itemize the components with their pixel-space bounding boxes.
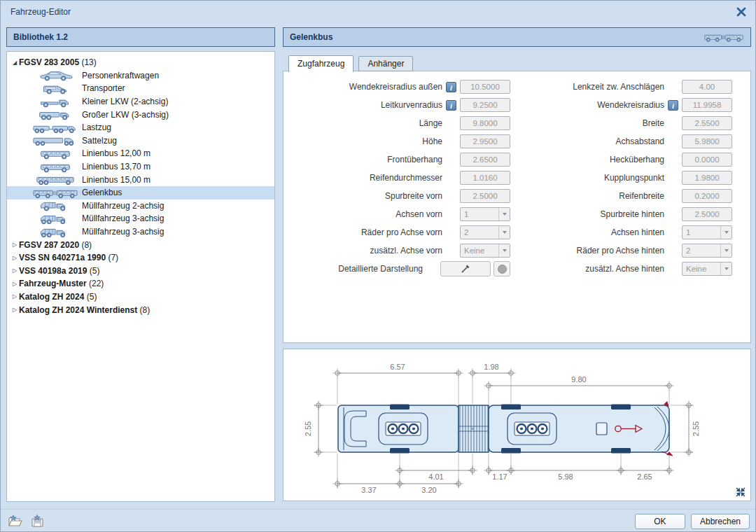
tree-item-linienbus-15-00-m[interactable]: Linienbus 15,00 m (7, 173, 274, 186)
pick-style-button[interactable] (440, 261, 491, 276)
tree-item-kleiner-lkw-2-achsig[interactable]: Kleiner LKW (2-achsig) (7, 95, 274, 108)
field-input-h-he[interactable]: 2.9500 (460, 134, 510, 148)
tree-item-label: Lastzug (82, 122, 111, 132)
field-value: 10.5000 (470, 83, 500, 91)
tree-group-katalog-zh-2024[interactable]: ▷Katalog ZH 2024 (5) (7, 290, 274, 304)
field-value: 11.9958 (693, 101, 722, 109)
tree-group-count: (5) (84, 292, 97, 302)
field-label: zusätzl. Achse vorn (284, 246, 442, 255)
tree-group-fgsv-283-2005[interactable]: ◢FGSV 283 2005 (13) (7, 56, 274, 69)
form-row-achsabstand: Achsabstand5.9800 (514, 132, 752, 150)
tab-zugfahrzeug[interactable]: Zugfahrzeug (288, 55, 354, 72)
tree-item-linienbus-12-00-m[interactable]: Linienbus 12,00 m (7, 147, 274, 160)
expand-arrow-icon[interactable]: ▷ (10, 307, 19, 313)
field-value: 5.9800 (694, 137, 719, 146)
tree-item-label: Müllfahrzeug 2-achsig (82, 201, 164, 211)
form-column-right: Lenkzeit zw. Anschlägen4.00Wendekreisrad… (514, 78, 752, 278)
tree-group-fgsv-287-2020[interactable]: ▷FGSV 287 2020 (8) (7, 238, 274, 251)
select-value: 2 (461, 228, 498, 237)
garbage-truck-3-icon (32, 226, 78, 238)
info-slot: i (442, 100, 460, 111)
tree-item-label: Sattelzug (82, 136, 117, 146)
field-input-wendekreisradius[interactable]: 11.9958 (682, 98, 732, 112)
bus-long-icon (32, 174, 78, 186)
chevron-down-icon (720, 226, 732, 239)
expand-arrow-icon[interactable]: ▷ (10, 241, 19, 248)
tree-group-fahrzeug-muster[interactable]: ▷Fahrzeug-Muster (22) (7, 277, 274, 290)
field-value: 1.9800 (694, 174, 719, 182)
tree-item-transporter[interactable]: Transporter (7, 82, 274, 95)
small-truck-icon (32, 96, 78, 108)
field-select-achsen-vorn[interactable]: 1 (460, 207, 510, 221)
tab-anhaenger[interactable]: Anhänger (358, 56, 413, 71)
garbage-truck-3-icon (32, 213, 78, 225)
action-buttons: OK Abbrechen (635, 514, 750, 529)
form-row-heck-berhang: Hecküberhang0.0000 (514, 150, 752, 169)
field-input-reifenbreite[interactable]: 0.2000 (682, 189, 732, 203)
info-icon[interactable]: i (668, 100, 678, 111)
field-label: Detaillierte Darstellung (284, 264, 423, 274)
open-library-icon[interactable] (8, 514, 23, 528)
select-value: 2 (682, 246, 720, 255)
info-icon[interactable]: i (446, 100, 456, 111)
cancel-button[interactable]: Abbrechen (691, 514, 750, 529)
large-truck-icon (32, 108, 78, 120)
field-input-lenkzeit-zw-anschl-gen[interactable]: 4.00 (682, 80, 732, 94)
tree-item-m-llfahrzeug-3-achsig[interactable]: Müllfahrzeug 3-achsig (7, 212, 274, 225)
form-row-kupplungspunkt: Kupplungspunkt1.9800 (514, 169, 752, 187)
tree-group-label: FGSV 287 2020 (19, 240, 79, 250)
tree-group-count: (7) (106, 253, 118, 262)
tree-group-vss-40198a-2019[interactable]: ▷VSS 40198a 2019 (5) (7, 265, 274, 278)
tree-item-linienbus-13-70-m[interactable]: Linienbus 13,70 m (7, 160, 274, 174)
save-library-icon[interactable] (29, 514, 45, 528)
field-select-zus-tzl-achse-vorn[interactable]: Keine (460, 244, 510, 258)
field-label: Höhe (284, 136, 442, 146)
info-icon[interactable]: i (446, 82, 456, 92)
field-input-breite[interactable]: 2.5500 (682, 116, 732, 130)
tree-item-personenkraftwagen[interactable]: Personenkraftwagen (7, 69, 274, 83)
expand-arrow-icon[interactable]: ▷ (10, 293, 19, 300)
field-input-leitkurvenradius[interactable]: 9.2500 (460, 98, 510, 112)
form-row-l-nge: Länge9.8000 (284, 114, 514, 132)
expand-arrow-icon[interactable]: ▷ (10, 267, 19, 274)
tree-item-lastzug[interactable]: Lastzug (7, 121, 274, 134)
tree-group-vss-sn-640271a-1990[interactable]: ▷VSS SN 640271a 1990 (7) (7, 251, 274, 265)
form-row-wendekreisradius: Wendekreisradiusi11.9958 (514, 96, 752, 114)
tree-item-label: Linienbus 15,00 m (82, 175, 150, 185)
close-icon[interactable] (736, 6, 747, 18)
field-input-l-nge[interactable]: 9.8000 (460, 116, 510, 130)
field-select-r-der-pro-achse-hinten[interactable]: 2 (682, 244, 732, 258)
truck-trailer-icon (32, 122, 78, 134)
articulated-bus-icon (32, 187, 78, 199)
field-input-front-berhang[interactable]: 2.6500 (460, 153, 510, 167)
tree-item-gro-er-lkw-3-achsig[interactable]: Großer LKW (3-achsig) (7, 108, 274, 121)
field-input-spurbreite-hinten[interactable]: 2.5000 (682, 207, 732, 221)
field-select-r-der-pro-achse-vorn[interactable]: 2 (460, 225, 510, 239)
tree-item-gelenkbus[interactable]: Gelenkbus (7, 186, 274, 200)
expand-arrow-icon[interactable]: ▷ (10, 281, 19, 287)
field-input-heck-berhang[interactable]: 0.0000 (682, 153, 732, 167)
tree-group-katalog-zh-2024-winterdienst[interactable]: ▷Katalog ZH 2024 Winterdienst (8) (7, 303, 274, 316)
ok-button[interactable]: OK (635, 514, 685, 529)
field-input-kupplungspunkt[interactable]: 1.9800 (682, 171, 732, 185)
field-select-zus-tzl-achse-hinten[interactable]: Keine (682, 262, 732, 276)
select-value: Keine (461, 246, 498, 255)
color-swatch-button[interactable] (493, 261, 510, 276)
tree-item-m-llfahrzeug-2-achsig[interactable]: Müllfahrzeug 2-achsig (7, 200, 274, 213)
tree-item-m-llfahrzeug-3-achsig[interactable]: Müllfahrzeug 3-achsig (7, 225, 274, 239)
collapse-arrow-icon[interactable]: ◢ (10, 59, 19, 66)
field-label: Reifendurchmesser (284, 173, 442, 183)
field-input-spurbreite-vorn[interactable]: 2.5000 (460, 189, 510, 203)
field-select-achsen-hinten[interactable]: 1 (682, 225, 732, 239)
expand-arrow-icon[interactable]: ▷ (10, 255, 19, 261)
dialog-footer: OK Abbrechen (1, 509, 756, 532)
field-input-reifendurchmesser[interactable]: 1.0160 (460, 171, 510, 185)
field-input-wendekreisradius-au-en[interactable]: 10.5000 (460, 80, 510, 94)
tree-item-sattelzug[interactable]: Sattelzug (7, 134, 274, 148)
field-input-achsabstand[interactable]: 5.9800 (682, 134, 732, 148)
field-label: Wendekreisradius außen (284, 82, 442, 92)
library-tree: ◢FGSV 283 2005 (13)PersonenkraftwagenTra… (6, 51, 275, 502)
fit-view-icon[interactable] (735, 486, 746, 498)
form-row-breite: Breite2.5500 (514, 114, 752, 132)
detail-tools (440, 261, 510, 276)
